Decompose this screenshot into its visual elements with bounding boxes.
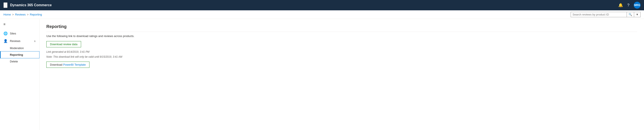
sidebar-sub-item-delete[interactable]: Delete (0, 58, 39, 65)
link-info-block: Link generated at 8/14/2019, 3:41 PM Not… (46, 50, 637, 59)
link-generated-text: Link generated at 8/14/2019, 3:41 PM (46, 50, 637, 54)
breadcrumb-current: Reporting (30, 13, 42, 16)
top-nav: ⊞ Dynamics 365 Commerce 🔔 ? MRG (0, 0, 644, 10)
search-input[interactable] (571, 12, 626, 17)
breadcrumb-home[interactable]: Home (4, 13, 11, 16)
breadcrumb-bar: Home > Reviews > Reporting 🔍 ▼ (0, 10, 644, 19)
content-description: Use the following link to download ratin… (46, 34, 637, 38)
sidebar-item-reviews-label: Reviews (10, 39, 32, 43)
breadcrumb-sep-1: > (12, 13, 14, 16)
sidebar-collapse-button[interactable]: ≡ (0, 21, 39, 28)
download-powerbi-prefix: Download (50, 63, 63, 66)
sidebar-item-sites[interactable]: 🌐 Sites (0, 30, 39, 37)
breadcrumb-sep-2: > (27, 13, 28, 16)
chevron-up-icon: ∧ (34, 40, 36, 43)
search-area: 🔍 ▼ (571, 12, 640, 17)
app-title: Dynamics 365 Commerce (10, 3, 52, 7)
sidebar: ≡ 🌐 Sites 👤 Reviews ∧ Moderation Reporti… (0, 19, 40, 130)
help-icon[interactable]: ? (627, 3, 630, 8)
avatar[interactable]: MRG (634, 2, 640, 9)
powerbi-template-link[interactable]: PowerBI Template (63, 63, 86, 66)
search-dropdown-button[interactable]: ▼ (634, 12, 640, 17)
download-review-data-button[interactable]: Download review data (46, 41, 81, 47)
sidebar-sub-items: Moderation Reporting Delete (0, 45, 39, 65)
content-area: Reporting Use the following link to down… (40, 19, 644, 130)
link-note-text: Note: This download link will only be va… (46, 55, 637, 59)
download-powerbi-button[interactable]: Download PowerBI Template (46, 61, 90, 68)
sites-icon: 🌐 (4, 31, 8, 36)
breadcrumb-reviews[interactable]: Reviews (15, 13, 26, 16)
sidebar-sub-item-reporting[interactable]: Reporting (0, 51, 39, 58)
main-layout: ≡ 🌐 Sites 👤 Reviews ∧ Moderation Reporti… (0, 19, 644, 130)
notifications-icon[interactable]: 🔔 (618, 3, 623, 8)
breadcrumb: Home > Reviews > Reporting (4, 13, 42, 16)
sidebar-item-sites-label: Sites (10, 32, 36, 35)
page-title: Reporting (46, 24, 637, 32)
search-button[interactable]: 🔍 (626, 12, 634, 17)
grid-menu-icon[interactable]: ⊞ (4, 2, 8, 8)
reviews-icon: 👤 (4, 39, 8, 43)
top-nav-right: 🔔 ? MRG (618, 2, 640, 9)
sidebar-item-reviews[interactable]: 👤 Reviews ∧ (0, 37, 39, 45)
top-nav-left: ⊞ Dynamics 365 Commerce (4, 2, 52, 8)
sidebar-sub-item-moderation[interactable]: Moderation (0, 45, 39, 51)
hamburger-icon: ≡ (4, 22, 5, 26)
